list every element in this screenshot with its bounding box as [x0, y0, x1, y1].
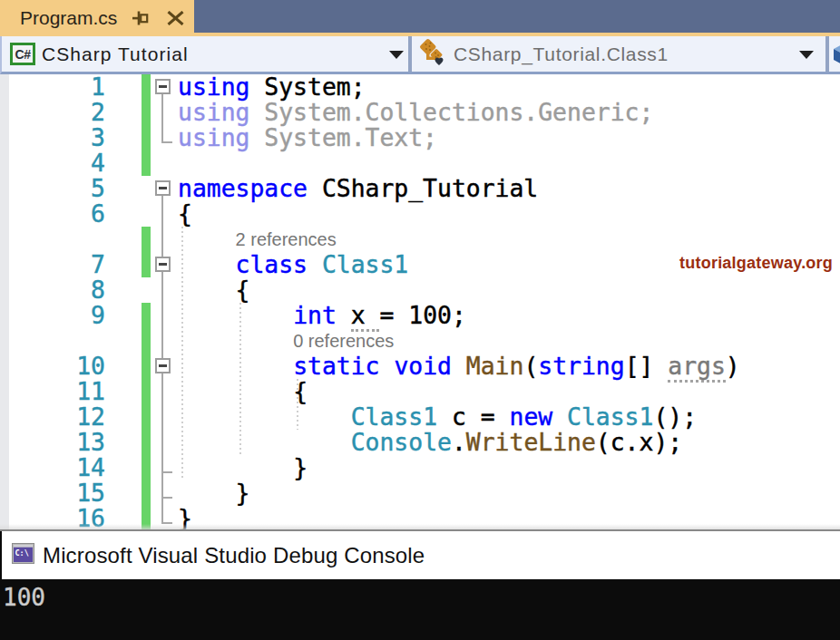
fold-bracket-elbow [161, 497, 172, 499]
fold-minus-icon [159, 263, 167, 266]
line-number: 2 [9, 100, 105, 125]
code-token: Class1 [351, 402, 437, 431]
line-number: 14 [9, 455, 105, 480]
line-number: 10 [9, 354, 105, 379]
indent-guide [239, 303, 241, 455]
code-token: Class1 [567, 402, 653, 431]
line-number: 6 [9, 201, 105, 227]
change-tracking-bar [142, 227, 151, 277]
code-line: int x = 100; [293, 303, 840, 328]
code-token: { [293, 377, 308, 405]
console-title: Microsoft Visual Studio Debug Console [43, 543, 425, 568]
codelens-references[interactable]: 2 references [236, 227, 337, 252]
tab-label: Program.cs [20, 7, 117, 29]
console-icon-text: C:\ [15, 548, 29, 558]
line-number: 7 [9, 252, 105, 277]
code-token: namespace [178, 174, 308, 202]
fold-bracket-line [161, 94, 163, 141]
code-line: using System.Text; [178, 125, 840, 150]
line-number: 15 [9, 480, 105, 506]
class-icon [417, 38, 446, 71]
code-line: using System; [178, 74, 840, 100]
watermark: tutorialgateway.org [679, 254, 835, 273]
console-window-icon: C:\ [12, 543, 34, 567]
codelens-references[interactable]: 0 references [293, 328, 394, 354]
change-tracking-bar [142, 303, 151, 531]
nav-separator [825, 36, 829, 72]
member-dropdown[interactable] [833, 36, 840, 72]
line-number: 1 [9, 74, 105, 100]
fold-bracket-line [161, 373, 163, 471]
project-dropdown[interactable]: C# CSharp Tutorial [4, 36, 408, 72]
code-token: using [178, 123, 249, 151]
fold-minus-icon [159, 187, 167, 189]
chevron-down-icon [799, 51, 814, 59]
code-token [379, 352, 394, 380]
code-token [452, 352, 466, 380]
fold-collapse-box[interactable] [155, 79, 171, 94]
line-number: 5 [9, 176, 105, 201]
line-number: 8 [9, 277, 105, 303]
code-token: using [178, 98, 249, 126]
tab-program-cs[interactable]: Program.cs [0, 0, 194, 36]
close-icon[interactable] [167, 11, 184, 29]
code-token [337, 301, 351, 329]
code-token: { [178, 199, 192, 228]
fold-collapse-box[interactable] [155, 180, 171, 196]
code-token: } [236, 479, 250, 507]
code-line: } [236, 480, 840, 506]
code-token: c = [437, 402, 509, 431]
navigation-bar: C# CSharp Tutorial CSharp_Tutorial.Class… [0, 36, 840, 74]
console-title-bar[interactable]: C:\ Microsoft Visual Studio Debug Consol… [0, 531, 840, 579]
type-dropdown[interactable]: CSharp_Tutorial.Class1 [412, 36, 815, 72]
code-token [552, 402, 567, 431]
type-dropdown-label: CSharp_Tutorial.Class1 [454, 44, 669, 65]
fold-collapse-box[interactable] [155, 257, 171, 272]
code-token: System.Text; [264, 123, 437, 151]
code-token: = 100; [379, 301, 465, 329]
code-token: CSharp_Tutorial [308, 174, 538, 202]
fold-minus-icon [159, 85, 167, 88]
code-token: class [236, 250, 308, 278]
code-token: static [293, 352, 379, 380]
code-token: System.Collections.Generic; [264, 98, 653, 126]
code-token: int [293, 301, 337, 329]
code-line: } [293, 455, 840, 480]
console-output-text: 100 [3, 584, 45, 611]
csharp-project-icon: C# [10, 43, 35, 65]
code-editor[interactable]: 1using System;2using System.Collections.… [0, 74, 840, 535]
line-number: 12 [9, 404, 105, 430]
fold-bracket-elbow [161, 471, 172, 473]
change-tracking-bar [142, 74, 151, 176]
code-line: Class1 c = new Class1(); [351, 404, 840, 430]
code-line: { [236, 277, 840, 303]
code-token: WriteLine [466, 428, 596, 456]
cube-icon [833, 43, 840, 66]
code-token: ( [523, 352, 538, 380]
code-token [249, 98, 264, 126]
pin-icon[interactable] [132, 11, 149, 29]
code-line: namespace CSharp_Tutorial [178, 176, 840, 201]
line-number: 4 [9, 150, 105, 176]
code-token [249, 123, 264, 151]
line-number: 3 [9, 125, 105, 150]
indent-guide [181, 227, 183, 480]
glyph-margin [0, 74, 9, 535]
code-token: (c.x); [596, 428, 682, 456]
document-tab-strip: Program.cs [0, 0, 840, 36]
code-token: void [394, 352, 452, 380]
token-with-suggestion-dots: x [351, 301, 380, 332]
fold-minus-icon [159, 364, 167, 367]
code-token: new [510, 402, 553, 431]
code-token: { [236, 276, 250, 304]
code-token: Class1 [322, 250, 408, 278]
fold-bracket-elbow [161, 141, 172, 143]
code-line: { [178, 201, 840, 227]
code-token: [] [625, 352, 669, 380]
chevron-down-icon [389, 51, 404, 59]
console-output-area[interactable]: 100 [0, 579, 840, 640]
code-token: using [178, 74, 249, 101]
fold-collapse-box[interactable] [155, 358, 171, 373]
project-dropdown-label: CSharp Tutorial [42, 44, 189, 65]
line-number: 13 [9, 430, 105, 455]
